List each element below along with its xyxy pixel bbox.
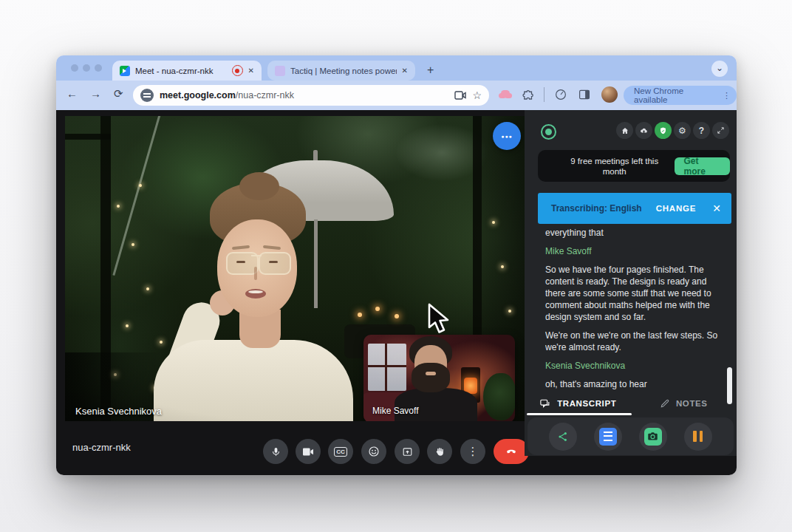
- profile-avatar[interactable]: [601, 86, 618, 103]
- screenshot-camera-icon: [644, 428, 662, 446]
- extensions-puzzle-icon[interactable]: [522, 88, 535, 101]
- tab-transcript[interactable]: TRANSCRIPT: [525, 392, 631, 415]
- forward-button[interactable]: →: [90, 87, 101, 100]
- tab-meet[interactable]: Meet - nua-czmr-nkk ✕: [112, 61, 262, 81]
- tab-notes[interactable]: NOTES: [631, 392, 737, 415]
- tactiq-panel: ⚙ ? 9 free meetings left this month Get …: [525, 110, 737, 456]
- meet-control-bar: nua-czmr-nkk CC: [56, 421, 525, 475]
- desktop-background: Meet - nua-czmr-nkk ✕ Tactiq | Meeting n…: [0, 0, 792, 532]
- tab-search-chevron-icon[interactable]: ⌄: [711, 61, 728, 77]
- tactiq-logo-icon: [541, 124, 556, 140]
- window-with-snow: [368, 344, 406, 391]
- browser-menu-icon[interactable]: ⋮: [723, 91, 731, 100]
- settings-gear-icon[interactable]: ⚙: [674, 122, 691, 139]
- camera-permission-icon[interactable]: [454, 91, 466, 100]
- bookmark-star-icon[interactable]: ☆: [472, 89, 482, 101]
- new-chrome-label: New Chrome available: [634, 86, 717, 104]
- credits-card: 9 free meetings left this month Get more: [538, 150, 730, 182]
- tactiq-toolbar: [528, 417, 734, 455]
- pip-participant-torso: [395, 388, 477, 421]
- pip-video-tile[interactable]: Mike Savoff: [363, 335, 515, 421]
- recording-indicator-icon: [232, 65, 243, 76]
- reactions-button[interactable]: [361, 439, 386, 464]
- notes-tab-label: NOTES: [676, 399, 708, 408]
- tab-tactiq[interactable]: Tactiq | Meeting notes power ✕: [267, 61, 415, 81]
- window-zoom-button[interactable]: [95, 64, 102, 72]
- performance-icon[interactable]: [554, 88, 567, 101]
- meet-favicon-icon: [120, 66, 130, 76]
- end-call-button[interactable]: [494, 439, 529, 464]
- side-panel-icon[interactable]: [578, 88, 591, 101]
- window-close-button[interactable]: [71, 64, 78, 72]
- active-tab-underline: [527, 413, 632, 415]
- pause-icon: [693, 431, 703, 442]
- url-text: meet.google.com/nua-czmr-nkk: [160, 90, 448, 100]
- reload-button[interactable]: ⟳: [114, 87, 123, 100]
- url-path: /nua-czmr-nkk: [236, 90, 294, 100]
- google-docs-icon: [599, 428, 617, 446]
- site-settings-icon[interactable]: [140, 89, 154, 102]
- transcript-speaker: Ksenia Svechnikova: [545, 360, 718, 372]
- panel-scrollbar[interactable]: [727, 367, 732, 404]
- camera-icon: [302, 447, 314, 457]
- collapse-panel-icon[interactable]: [712, 122, 729, 139]
- close-tab-icon[interactable]: ✕: [402, 66, 408, 75]
- transcribing-banner: Transcribing: English CHANGE ✕: [538, 193, 731, 224]
- address-bar[interactable]: meet.google.com/nua-czmr-nkk ☆: [133, 85, 489, 106]
- pause-transcription-button[interactable]: [684, 423, 712, 451]
- captions-icon: CC: [334, 447, 347, 457]
- panel-tabs: TRANSCRIPT NOTES: [525, 392, 737, 415]
- main-participant-name: Ksenia Svechnikova: [75, 406, 162, 417]
- end-call-icon: [505, 445, 518, 458]
- tactiq-floating-bubble[interactable]: ●●●: [493, 122, 521, 150]
- back-button[interactable]: ←: [66, 87, 78, 100]
- tactiq-favicon-icon: [275, 66, 285, 76]
- tab-strip: Meet - nua-czmr-nkk ✕ Tactiq | Meeting n…: [56, 55, 737, 81]
- browser-window: Meet - nua-czmr-nkk ✕ Tactiq | Meeting n…: [56, 55, 737, 475]
- emoji-icon: [368, 446, 380, 457]
- get-more-button[interactable]: Get more: [675, 157, 730, 175]
- transcript-chat-icon: [539, 398, 551, 409]
- share-icon: [557, 431, 569, 443]
- mouse-cursor: [427, 303, 451, 335]
- transcript-text: We're on the we're on the last few steps…: [545, 330, 718, 353]
- url-domain: meet.google.com: [160, 90, 236, 100]
- more-options-button[interactable]: ⋮: [460, 439, 485, 464]
- pip-participant-mouth: [426, 372, 436, 375]
- transcript-list: everything thatMike SavoffSo we have the…: [545, 227, 718, 391]
- transcript-text: everything that: [545, 227, 718, 239]
- credits-text: 9 free meetings left this month: [559, 156, 670, 177]
- toolbar-divider: [544, 87, 544, 102]
- hand-icon: [434, 446, 445, 457]
- privacy-shield-icon[interactable]: [655, 122, 672, 139]
- new-tab-button[interactable]: +: [427, 61, 434, 79]
- change-language-button[interactable]: CHANGE: [656, 204, 697, 213]
- captions-button[interactable]: CC: [328, 439, 353, 464]
- meeting-code: nua-czmr-nkk: [72, 442, 131, 453]
- pip-participant-name: Mike Savoff: [372, 406, 418, 416]
- share-button[interactable]: [549, 423, 577, 451]
- close-banner-icon[interactable]: ✕: [712, 202, 721, 214]
- tactiq-extension-icon[interactable]: [501, 90, 510, 97]
- home-icon[interactable]: [616, 122, 633, 139]
- screenshot-button[interactable]: [639, 423, 667, 451]
- transcript-text: oh, that's amazing to hear: [545, 378, 718, 390]
- main-video-tile: Ksenia Svechnikova ●●● Mike Savoff: [65, 116, 525, 421]
- microphone-button[interactable]: [263, 439, 288, 464]
- cloud-upload-icon[interactable]: [635, 122, 652, 139]
- tactiq-header: ⚙ ?: [525, 122, 737, 143]
- tab-title: Tactiq | Meeting notes power: [290, 66, 397, 75]
- help-icon[interactable]: ?: [693, 122, 710, 139]
- present-icon: [402, 446, 413, 457]
- close-tab-icon[interactable]: ✕: [248, 66, 254, 75]
- transcript-speaker: Mike Savoff: [545, 245, 718, 257]
- window-minimize-button[interactable]: [83, 64, 90, 72]
- tab-title: Meet - nua-czmr-nkk: [135, 66, 227, 75]
- pip-participant-beard: [412, 363, 450, 392]
- camera-button[interactable]: [296, 439, 321, 464]
- transcript-text: So we have the four pages finished. The …: [545, 264, 718, 323]
- present-screen-button[interactable]: [395, 439, 420, 464]
- raise-hand-button[interactable]: [427, 439, 452, 464]
- google-docs-button[interactable]: [594, 423, 622, 451]
- new-chrome-available-button[interactable]: New Chrome available ⋮: [624, 86, 737, 105]
